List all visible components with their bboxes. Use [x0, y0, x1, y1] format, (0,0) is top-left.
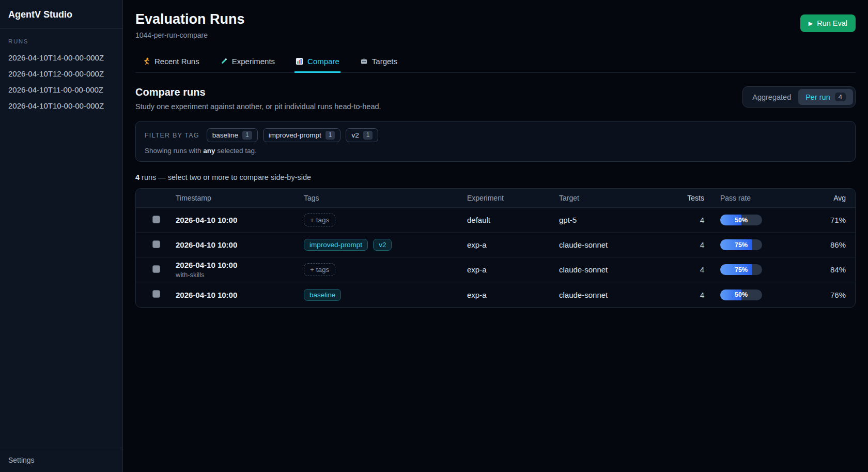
compare-section-header: Compare runs Study one experiment agains… [135, 86, 856, 111]
row-tests: 4 [656, 291, 704, 299]
tab-label: Experiments [232, 57, 275, 66]
filter-tag-improved-prompt[interactable]: improved-prompt 1 [263, 128, 341, 142]
pass-rate-value: 75% [720, 239, 762, 250]
row-timestamp: 2026-04-10 10:00 [176, 261, 304, 269]
page-subtitle: 1044-per-run-compare [135, 31, 245, 39]
row-avg: 84% [797, 265, 855, 274]
run-eval-button[interactable]: ▶ Run Eval [800, 14, 856, 32]
row-avg: 71% [797, 216, 855, 224]
row-experiment: exp-a [467, 240, 559, 249]
row-tests: 4 [656, 216, 704, 224]
tag-count-badge: 1 [363, 131, 373, 140]
pass-rate-pill: 75% [720, 239, 762, 250]
robot-icon [360, 57, 368, 65]
table-row[interactable]: 2026-04-10 10:00 improved-prompt v2 exp-… [136, 233, 855, 257]
row-timestamp: 2026-04-10 10:00 [176, 291, 304, 299]
table-header-row: Timestamp Tags Experiment Target Tests P… [136, 189, 855, 208]
row-target: claude-sonnet [559, 265, 656, 274]
run-list: 2026-04-10T14-00-00-000Z 2026-04-10T12-0… [0, 50, 122, 114]
pass-rate-value: 75% [720, 264, 762, 275]
tab-experiments[interactable]: Experiments [219, 52, 276, 73]
view-toggle: Aggregated Per run 4 [742, 86, 856, 108]
col-tests: Tests [656, 194, 704, 202]
col-pass-rate: Pass rate [704, 194, 797, 202]
pass-rate-pill: 50% [720, 290, 762, 300]
row-tag-pill: improved-prompt [304, 239, 368, 251]
pass-rate-pill: 75% [720, 264, 762, 275]
row-experiment: exp-a [467, 291, 559, 299]
toggle-per-run-label: Per run [805, 93, 830, 101]
row-checkbox[interactable] [152, 265, 160, 273]
tag-count-badge: 1 [326, 131, 335, 140]
settings-link[interactable]: Settings [8, 456, 35, 464]
row-checkbox[interactable] [152, 216, 160, 223]
row-label: with-skills [176, 271, 304, 279]
runner-icon [143, 57, 150, 65]
toggle-per-run[interactable]: Per run 4 [798, 89, 853, 105]
tab-targets[interactable]: Targets [359, 52, 398, 73]
row-experiment: exp-a [467, 265, 559, 274]
tab-recent-runs[interactable]: Recent Runs [142, 52, 200, 73]
pass-rate-value: 50% [720, 290, 762, 300]
row-target: gpt-5 [559, 216, 656, 224]
compare-description: Study one experiment against another, or… [135, 102, 381, 111]
tab-label: Compare [307, 57, 339, 66]
row-avg: 86% [797, 240, 855, 249]
sidebar-run-item[interactable]: 2026-04-10T12-00-00-000Z [0, 66, 122, 82]
row-checkbox[interactable] [152, 240, 160, 248]
tab-compare[interactable]: Compare [295, 52, 340, 73]
page-header: Evaluation Runs 1044-per-run-compare ▶ R… [135, 11, 856, 39]
runs-table: Timestamp Tags Experiment Target Tests P… [135, 188, 856, 308]
runs-summary: 4 runs — select two or more to compare s… [135, 173, 856, 181]
row-timestamp: 2026-04-10 10:00 [176, 216, 304, 224]
sidebar: AgentV Studio RUNS 2026-04-10T14-00-00-0… [0, 0, 123, 472]
filter-note: Showing runs with any selected tag. [145, 147, 846, 155]
add-tags-button[interactable]: + tags [304, 263, 335, 276]
col-timestamp: Timestamp [176, 194, 304, 202]
row-tag-pill: baseline [304, 289, 341, 301]
app-title: AgentV Studio [0, 0, 122, 29]
sidebar-footer: Settings [0, 448, 122, 472]
runs-count: 4 [135, 173, 140, 181]
row-experiment: default [467, 216, 559, 224]
pass-rate-pill: 50% [720, 215, 762, 225]
add-tags-button[interactable]: + tags [304, 214, 335, 226]
row-target: claude-sonnet [559, 291, 656, 299]
row-checkbox[interactable] [152, 290, 160, 298]
tag-filter-card: FILTER BY TAG baseline 1 improved-prompt… [135, 121, 856, 162]
compare-heading: Compare runs [135, 86, 381, 98]
tag-count-badge: 1 [242, 131, 252, 140]
per-run-count-badge: 4 [835, 93, 846, 101]
sidebar-run-item[interactable]: 2026-04-10T14-00-00-000Z [0, 50, 122, 66]
row-tests: 4 [656, 240, 704, 249]
row-tag-pill: v2 [373, 239, 392, 251]
col-avg: Avg [797, 194, 855, 202]
toggle-aggregated[interactable]: Aggregated [745, 89, 798, 105]
col-target: Target [559, 194, 656, 202]
play-icon: ▶ [809, 21, 813, 26]
sidebar-run-item[interactable]: 2026-04-10T10-00-00-000Z [0, 98, 122, 114]
pass-rate-value: 50% [720, 215, 762, 225]
bar-chart-icon [296, 57, 303, 65]
row-tests: 4 [656, 265, 704, 274]
row-timestamp: 2026-04-10 10:00 [176, 240, 304, 249]
tab-label: Targets [372, 57, 397, 66]
table-row[interactable]: 2026-04-10 10:00 baseline exp-a claude-s… [136, 282, 855, 307]
table-row[interactable]: 2026-04-10 10:00 with-skills + tags exp-… [136, 257, 855, 282]
filter-by-tag-label: FILTER BY TAG [145, 132, 199, 139]
main-content: Evaluation Runs 1044-per-run-compare ▶ R… [123, 0, 868, 472]
col-experiment: Experiment [467, 194, 559, 202]
row-target: claude-sonnet [559, 240, 656, 249]
flask-icon [220, 57, 228, 65]
app-root: AgentV Studio RUNS 2026-04-10T14-00-00-0… [0, 0, 868, 472]
table-row[interactable]: 2026-04-10 10:00 + tags default gpt-5 4 … [136, 208, 855, 233]
run-eval-label: Run Eval [817, 19, 847, 27]
filter-tag-v2[interactable]: v2 1 [346, 128, 378, 142]
tab-bar: Recent Runs Experiments Compare Targets [135, 52, 856, 73]
page-title: Evaluation Runs [135, 11, 245, 27]
row-avg: 76% [797, 291, 855, 299]
tab-label: Recent Runs [154, 57, 199, 66]
sidebar-run-item[interactable]: 2026-04-10T11-00-00-000Z [0, 82, 122, 98]
filter-tag-baseline[interactable]: baseline 1 [207, 128, 258, 142]
col-tags: Tags [304, 194, 467, 202]
